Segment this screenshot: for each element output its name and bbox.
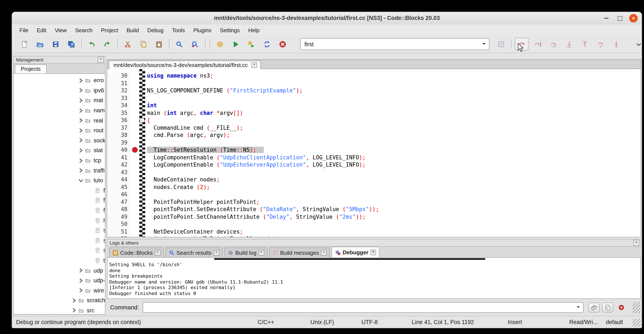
build-target-select[interactable]: first	[300, 38, 490, 50]
tree-item-real[interactable]: real	[14, 116, 105, 125]
code-line-41[interactable]: 41 LogComponentEnable ("UdpEchoClientApp…	[107, 154, 640, 161]
log-tab-debugger[interactable]: Debugger×	[332, 247, 379, 257]
code-line-44[interactable]: 44 NodeContainer nodes;	[107, 176, 640, 183]
find-button[interactable]	[173, 38, 186, 50]
open-file-button[interactable]	[34, 38, 46, 50]
code-line-37[interactable]: 37 CommandLine cmd (__FILE__);	[107, 124, 640, 131]
line-number[interactable]: 30	[107, 72, 131, 80]
chevron-collapsed-icon[interactable]	[79, 128, 84, 133]
run-to-cursor-button[interactable]	[531, 38, 544, 50]
breakpoint-marker[interactable]	[132, 147, 138, 153]
build-button[interactable]	[214, 38, 226, 50]
code-line-34[interactable]: 34int	[107, 102, 640, 109]
close-tab-icon[interactable]: ×	[370, 249, 376, 255]
menu-help[interactable]: Help	[244, 26, 264, 35]
line-number[interactable]: 38	[107, 131, 131, 139]
chevron-collapsed-icon[interactable]	[79, 78, 84, 83]
abort-build-button[interactable]	[276, 38, 289, 50]
log-tab-build-messages[interactable]: Build messages×	[269, 247, 330, 257]
tree-item-udp[interactable]: udp-	[14, 275, 105, 285]
close-logs-icon[interactable]: ×	[634, 240, 639, 246]
breakpoint-margin[interactable]	[131, 228, 139, 235]
chevron-collapsed-icon[interactable]	[79, 168, 84, 173]
chevron-down-icon[interactable]	[574, 303, 582, 312]
line-number[interactable]: 47	[107, 198, 131, 206]
maximize-button[interactable]	[616, 14, 624, 23]
build-and-run-button[interactable]	[245, 38, 258, 50]
duplicate-button[interactable]	[602, 302, 613, 312]
menu-build[interactable]: Build	[122, 26, 143, 35]
close-tab-icon[interactable]: ×	[258, 250, 264, 255]
line-number[interactable]: 43	[107, 168, 131, 176]
chevron-collapsed-icon[interactable]	[79, 98, 84, 103]
menu-project[interactable]: Project	[97, 26, 122, 35]
tree-item-tcp[interactable]: tcp	[14, 156, 105, 166]
cut-button[interactable]	[121, 38, 134, 50]
link-button[interactable]	[588, 302, 600, 312]
next-line-button[interactable]	[547, 38, 560, 50]
breakpoint-margin[interactable]	[131, 87, 139, 94]
breakpoint-margin[interactable]	[131, 176, 139, 183]
compile-target-button[interactable]	[494, 38, 507, 50]
breakpoint-margin[interactable]	[131, 117, 139, 124]
undo-button[interactable]	[85, 38, 98, 50]
code-line-33[interactable]: 33	[107, 94, 640, 102]
line-number[interactable]: 39	[107, 139, 131, 146]
tree-item-fo[interactable]: fo	[14, 205, 105, 215]
title-bar[interactable]: mnt/dev/tools/source/ns-3-dev/examples/t…	[12, 12, 642, 25]
breakpoint-margin[interactable]	[131, 198, 139, 206]
tree-item-src[interactable]: src	[14, 305, 105, 314]
tree-item-fir[interactable]: fir	[14, 195, 105, 205]
step-into-instruction-button[interactable]	[610, 38, 622, 50]
code-line-48[interactable]: 48 pointToPoint.SetDeviceAttribute ("Dat…	[107, 206, 640, 213]
breakpoint-margin[interactable]	[131, 191, 139, 198]
breakpoint-margin[interactable]	[131, 80, 139, 87]
tree-item-six[interactable]: six	[14, 245, 105, 255]
tree-item-rout[interactable]: rout	[14, 125, 105, 135]
tree-item-stat[interactable]: stat	[14, 145, 105, 155]
line-number[interactable]: 37	[107, 124, 131, 131]
code-line-31[interactable]: 31	[107, 80, 640, 87]
line-number[interactable]: 31	[107, 80, 131, 87]
code-line-52[interactable]: 52 devices = pointToPoint.Install (nodes…	[107, 235, 640, 237]
tree-item-th[interactable]: th	[14, 255, 105, 265]
code-line-42[interactable]: 42 LogComponentEnable ("UdpEchoServerApp…	[107, 161, 640, 168]
breakpoint-margin[interactable]	[131, 72, 139, 80]
breakpoint-margin[interactable]	[131, 131, 139, 139]
tree-item-wire[interactable]: wire	[14, 285, 105, 295]
breakpoint-margin[interactable]	[131, 124, 139, 131]
find-replace-button[interactable]	[188, 38, 201, 50]
tree-item-scratch[interactable]: scratch	[14, 295, 105, 305]
menu-search[interactable]: Search	[71, 26, 97, 35]
editor-tab-first-cc[interactable]: mnt/dev/tools/source/ns-3-dev/examples/t…	[109, 61, 261, 70]
line-number[interactable]: 44	[107, 176, 131, 183]
new-file-button[interactable]	[18, 38, 30, 50]
close-tab-icon[interactable]: ×	[321, 250, 327, 255]
breakpoint-margin[interactable]	[131, 220, 139, 228]
log-tab-build-log[interactable]: Build log×	[224, 247, 268, 257]
breakpoint-margin[interactable]	[131, 102, 139, 109]
chevron-collapsed-icon[interactable]	[79, 278, 84, 283]
save-all-button[interactable]	[65, 38, 78, 50]
chevron-collapsed-icon[interactable]	[79, 118, 84, 123]
breakpoint-margin[interactable]	[131, 168, 139, 176]
menu-file[interactable]: File	[15, 26, 32, 35]
chevron-expanded-icon[interactable]	[79, 178, 84, 183]
menu-settings[interactable]: Settings	[216, 26, 244, 35]
command-input[interactable]	[143, 302, 584, 312]
project-tree[interactable]: erroipv6matnamrealroutsockstattcptraffit…	[13, 73, 106, 314]
code-line-45[interactable]: 45 nodes.Create (2);	[107, 183, 640, 191]
next-instruction-button[interactable]	[594, 38, 607, 50]
chevron-down-icon[interactable]	[479, 39, 489, 50]
log-tab-code-blocks[interactable]: Code::Blocks×	[109, 247, 164, 257]
menu-debug[interactable]: Debug	[143, 26, 168, 35]
close-tab-icon[interactable]: ×	[214, 250, 219, 255]
copy-button[interactable]	[137, 38, 150, 50]
logs-resize-grip[interactable]	[632, 302, 640, 313]
line-number[interactable]: 52	[107, 235, 131, 237]
code-line-30[interactable]: 30using namespace ns3;	[107, 72, 640, 80]
chevron-collapsed-icon[interactable]	[79, 88, 84, 93]
line-number[interactable]: 48	[107, 206, 131, 213]
breakpoint-margin[interactable]	[131, 109, 139, 117]
line-number[interactable]: 35	[107, 109, 131, 117]
